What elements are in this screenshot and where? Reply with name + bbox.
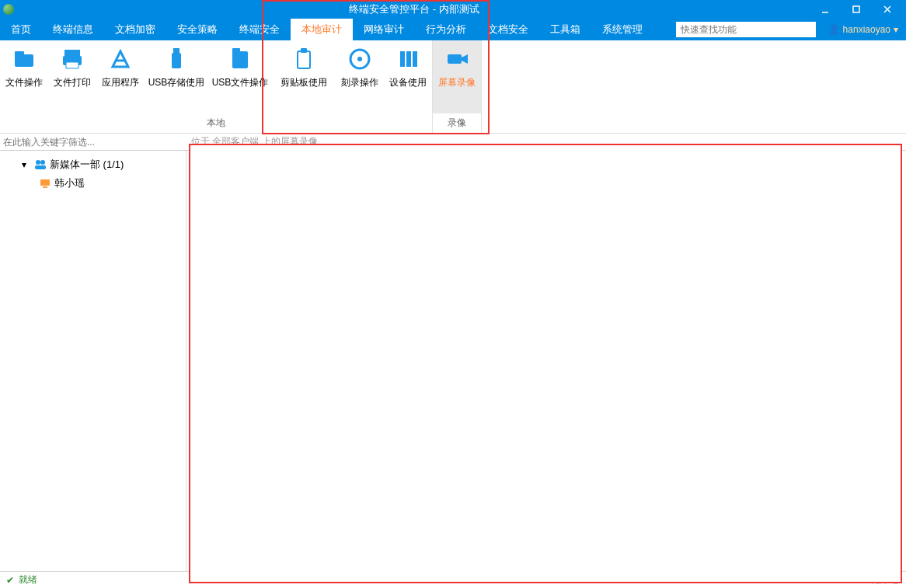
device-icon [396,47,420,71]
maximize-button[interactable] [841,0,872,19]
menu-item-10[interactable]: 系统管理 [591,19,653,40]
menu-item-4[interactable]: 终端安全 [228,19,291,40]
recording-thumb[interactable]: 韩小瑶2023-09-2114:25:48 [717,177,799,284]
ribbon-printer-button[interactable]: 文件打印 [48,40,96,113]
ribbon-label: 剪贴板使用 [281,76,327,89]
notification-center-label: 通知中心 [862,573,900,586]
minimize-button[interactable] [810,0,841,19]
svg-rect-6 [64,50,80,56]
pager-text: 第 1 页, 共 1 页 [225,525,288,538]
quick-search-input[interactable] [676,22,816,37]
menu-item-5[interactable]: 本地审计 [291,19,353,40]
menu-item-3[interactable]: 安全策略 [166,19,228,40]
pager-prev-button[interactable]: ◀ [212,526,219,537]
status-bar: ✔ 就绪 ✉ 通知中心 [0,571,906,588]
ribbon-label: USB文件操作 [212,76,269,89]
ribbon-toolbar: 文件操作文件打印应用程序USB存储使用USB文件操作剪贴板使用刻录操作设备使用本… [0,40,906,134]
menu-item-6[interactable]: 网络审计 [353,19,415,40]
list-button[interactable] [845,153,858,165]
ribbon-usb-button[interactable]: USB存储使用 [145,40,208,113]
recording-thumb[interactable]: 韩小瑶2023-09-21 [614,436,695,520]
recording-thumb[interactable]: 韩小瑶2023-09-21 [304,436,385,520]
thumbnail-image [717,177,799,227]
folder-gear-icon [12,47,37,71]
ribbon-disc-button[interactable]: 刻录操作 [336,40,384,113]
recording-thumb[interactable]: 韩小瑶2023-09-2110:22:55 [510,306,592,413]
recording-gallery[interactable]: 韩小瑶2023-09-2117:51:56韩小瑶2023-09-2117:14:… [186,168,906,520]
notification-center-button[interactable]: ✉ 通知中心 [852,573,900,586]
chevron-down-icon: ▾ [894,24,898,35]
ribbon-label: 文件打印 [54,76,91,89]
thumbnail-image [200,177,282,227]
refresh-button[interactable] [886,153,898,165]
recording-thumb[interactable]: 韩小瑶2023-09-2113:14:54 [200,306,282,413]
status-ok-icon: ✔ [6,575,14,586]
svg-rect-28 [847,158,856,160]
keyword-search-button[interactable] [769,545,788,566]
recording-thumb[interactable]: 韩小瑶2023-09-2111:30:40 [304,306,385,413]
recording-thumb[interactable]: 韩小瑶2023-09-2115:31:10 [510,177,592,284]
thumbnail-image [614,306,695,356]
user-menu[interactable]: 👤hanxiaoyao▾ [821,19,906,40]
thumbnail-image [407,177,489,227]
recording-thumb[interactable]: 韩小瑶2023-09-2110:56:07 [407,306,489,413]
content-toolbar [186,151,906,168]
recording-thumb[interactable]: 韩小瑶2023-09-2114:57:39 [614,177,695,284]
menu-item-0[interactable]: 首页 [0,19,42,40]
gear-button[interactable] [866,153,878,165]
usb-icon [164,47,189,71]
ribbon-usb-file-button[interactable]: USB文件操作 [208,40,272,113]
recording-thumb[interactable]: 韩小瑶2023-09-2109:05:02 [717,306,799,413]
pager-first-button[interactable]: ⏮ [197,526,206,537]
ribbon-app-button[interactable]: 应用程序 [96,40,145,113]
svg-rect-29 [847,162,856,163]
tree-node-client[interactable]: 韩小瑶 [3,174,183,193]
status-text: 就绪 [19,573,37,586]
thumbnail-meta: 韩小瑶2023-09-21 [628,501,681,520]
svg-point-17 [357,57,362,61]
thumbnail-meta: 韩小瑶2023-09-2109:39:39 [628,371,681,413]
pager-next-button[interactable]: ▶ [294,526,301,537]
ribbon-device-button[interactable]: 设备使用 [384,40,432,113]
thumbnail-meta: 韩小瑶2023-09-2116:09:35 [421,242,475,284]
app-icon [108,47,133,71]
recording-thumb[interactable]: 韩小瑶2023-09-2117:51:56 [200,177,282,284]
recording-thumb[interactable]: 韩小瑶2023-09-2109:39:39 [614,306,695,413]
date-range-select[interactable]: 近 7 天 ▾ [793,545,901,566]
ribbon-camera-button[interactable]: 屏幕录像 [433,40,481,113]
recording-thumb[interactable]: 韩小瑶2023-09-21 [510,436,592,520]
menu-item-7[interactable]: 行为分析 [415,19,477,40]
usb-file-icon [228,47,253,71]
tree-node-group[interactable]: ▾新媒体一部 (1/1) [3,155,183,174]
mail-icon: ✉ [852,575,859,586]
menu-item-2[interactable]: 文档加密 [104,19,166,40]
svg-rect-4 [15,54,33,67]
thumbnail-image [407,306,489,356]
ribbon-folder-gear-button[interactable]: 文件操作 [0,40,48,113]
recording-thumb[interactable]: 韩小瑶2023-09-21 [200,436,282,520]
menu-item-1[interactable]: 终端信息 [42,19,104,40]
svg-point-31 [775,551,781,558]
recording-thumb[interactable]: 韩小瑶2023-09-2116:09:35 [407,177,489,284]
svg-rect-19 [406,51,411,67]
thumbnail-meta: 韩小瑶2023-09-2113:14:54 [214,371,268,413]
thumbnail-meta: 韩小瑶2023-09-21 [731,501,785,520]
user-icon: 👤 [828,24,840,35]
recording-thumb[interactable]: 韩小瑶2023-09-2117:14:28 [304,177,385,284]
svg-rect-15 [301,48,307,53]
close-button[interactable] [872,0,903,19]
menu-item-8[interactable]: 文档安全 [477,19,539,40]
ribbon-group-label: 本地 [0,113,432,133]
ribbon-clipboard-button[interactable]: 剪贴板使用 [272,40,336,113]
svg-rect-1 [853,6,859,12]
keyword-search-input[interactable] [191,545,765,566]
thumbnail-meta: 韩小瑶2023-09-2110:22:55 [524,371,578,413]
refresh-icon [886,153,898,165]
recording-thumb[interactable]: 韩小瑶2023-09-21 [717,436,799,520]
play-button[interactable] [825,153,838,165]
menu-item-9[interactable]: 工具箱 [539,19,591,40]
tree-filter-input[interactable] [0,137,186,148]
recording-thumb[interactable]: 韩小瑶2023-09-21 [407,436,489,520]
svg-rect-24 [35,165,46,169]
pager-last-button[interactable]: ⏭ [308,526,317,537]
